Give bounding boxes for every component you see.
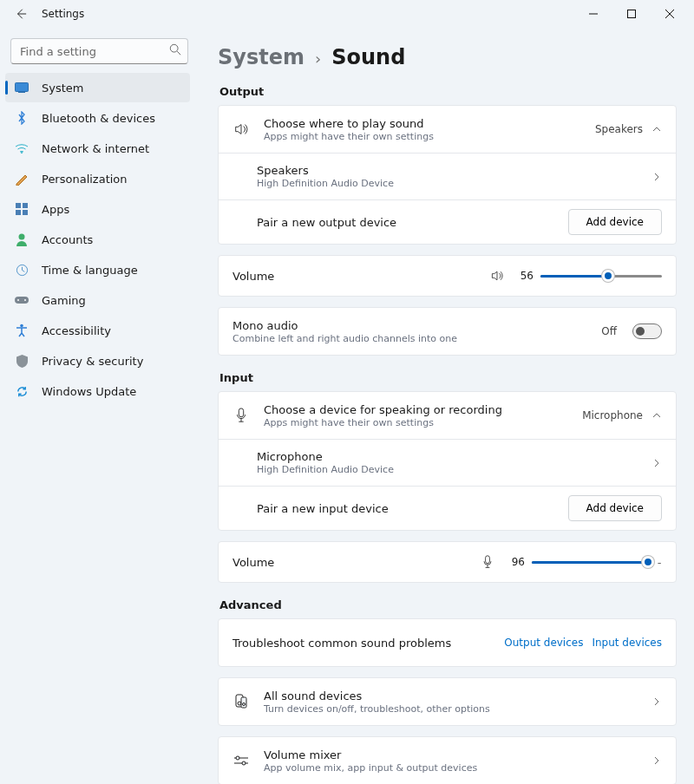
input-device-sub: High Definition Audio Device <box>257 464 651 475</box>
back-button[interactable] <box>5 0 36 28</box>
pair-input-row: Pair a new input device Add device <box>219 486 676 530</box>
sidebar-item-gaming[interactable]: Gaming <box>5 285 190 315</box>
sidebar-item-privacy-security[interactable]: Privacy & security <box>5 346 190 376</box>
apps-icon <box>14 201 29 217</box>
svg-rect-2 <box>16 83 29 92</box>
sidebar-item-windows-update[interactable]: Windows Update <box>5 376 190 406</box>
svg-point-22 <box>242 761 246 765</box>
svg-point-18 <box>238 702 241 705</box>
add-input-device-button[interactable]: Add device <box>568 495 662 521</box>
mixer-row[interactable]: Volume mixer App volume mix, app input &… <box>219 737 676 784</box>
input-device-row[interactable]: Microphone High Definition Audio Device <box>219 439 676 486</box>
minimize-button[interactable] <box>574 0 612 28</box>
titlebar: Settings <box>0 0 694 28</box>
accounts-icon <box>14 232 29 247</box>
sidebar-item-system[interactable]: System <box>5 73 190 102</box>
input-volume-slider[interactable] <box>532 554 653 570</box>
mixer-sub: App volume mix, app input & output devic… <box>264 762 651 774</box>
svg-rect-6 <box>23 203 28 208</box>
microphone-icon[interactable] <box>481 555 497 569</box>
breadcrumb-parent[interactable]: System <box>218 45 304 69</box>
chevron-right-icon <box>651 172 662 182</box>
sidebar-item-label: Personalization <box>42 173 128 186</box>
all-devices-row[interactable]: All sound devices Turn devices on/off, t… <box>219 678 676 725</box>
mixer-card: Volume mixer App volume mix, app input &… <box>218 736 677 784</box>
output-device-row[interactable]: Speakers High Definition Audio Device <box>219 153 676 199</box>
all-devices-sub: Turn devices on/off, troubleshoot, other… <box>264 703 651 715</box>
mono-audio-sub: Combine left and right audio channels in… <box>232 333 601 344</box>
sidebar-item-apps[interactable]: Apps <box>5 194 190 224</box>
input-volume-value: 96 <box>504 556 525 568</box>
sidebar-item-label: Accounts <box>42 233 93 246</box>
pair-output-row: Pair a new output device Add device <box>219 199 676 244</box>
main-content: System › Sound Output Choose where to pl… <box>197 28 694 784</box>
input-volume-label: Volume <box>232 556 274 569</box>
choose-output-row[interactable]: Choose where to play sound Apps might ha… <box>219 106 676 153</box>
network-icon <box>14 140 29 156</box>
svg-rect-15 <box>239 408 243 417</box>
microphone-icon <box>232 407 250 424</box>
sidebar-item-time-language[interactable]: Time & language <box>5 255 190 284</box>
output-device-card: Choose where to play sound Apps might ha… <box>218 105 677 245</box>
privacy-icon <box>14 353 29 369</box>
chevron-right-icon: › <box>315 49 321 68</box>
output-volume-slider[interactable] <box>540 268 662 284</box>
choose-input-row[interactable]: Choose a device for speaking or recordin… <box>219 392 676 439</box>
troubleshoot-output-link[interactable]: Output devices <box>504 637 583 649</box>
sidebar-item-label: Time & language <box>42 264 138 277</box>
devices-icon <box>232 693 250 710</box>
bluetooth-icon <box>14 110 29 126</box>
search-input[interactable] <box>10 38 188 64</box>
close-icon <box>665 10 674 18</box>
sidebar-item-accounts[interactable]: Accounts <box>5 225 190 254</box>
output-device-title: Speakers <box>257 164 651 177</box>
all-devices-card: All sound devices Turn devices on/off, t… <box>218 677 677 726</box>
search-icon <box>169 43 181 56</box>
svg-point-14 <box>20 324 23 328</box>
svg-rect-7 <box>16 210 21 215</box>
mono-audio-state: Off <box>601 325 617 337</box>
troubleshoot-input-link[interactable]: Input devices <box>592 637 662 649</box>
window-title: Settings <box>36 8 84 20</box>
sidebar-item-accessibility[interactable]: Accessibility <box>5 316 190 345</box>
maximize-button[interactable] <box>612 0 651 28</box>
close-button[interactable] <box>651 0 689 28</box>
troubleshoot-card: Troubleshoot common sound problems Outpu… <box>218 618 677 667</box>
output-device-sub: High Definition Audio Device <box>257 178 651 189</box>
troubleshoot-title: Troubleshoot common sound problems <box>232 637 504 650</box>
svg-rect-5 <box>16 203 21 208</box>
svg-point-4 <box>21 152 23 154</box>
svg-point-21 <box>236 756 239 760</box>
sidebar-item-bluetooth-devices[interactable]: Bluetooth & devices <box>5 103 190 133</box>
sidebar-item-label: Network & internet <box>42 142 149 155</box>
choose-input-title: Choose a device for speaking or recordin… <box>264 403 582 416</box>
sidebar-item-label: System <box>42 82 83 95</box>
minimize-icon <box>589 10 598 18</box>
section-heading-advanced: Advanced <box>219 598 677 611</box>
choose-output-sub: Apps might have their own settings <box>264 131 595 142</box>
sidebar-item-personalization[interactable]: Personalization <box>5 164 190 193</box>
mono-audio-toggle[interactable] <box>632 323 662 339</box>
mixer-title: Volume mixer <box>264 748 651 761</box>
search-box[interactable] <box>10 38 188 64</box>
input-volume-row: Volume 96 - <box>219 542 676 582</box>
add-output-device-button[interactable]: Add device <box>568 209 662 235</box>
svg-rect-11 <box>15 297 29 304</box>
pair-input-title: Pair a new input device <box>257 502 568 515</box>
sidebar-item-label: Accessibility <box>42 324 111 337</box>
input-volume-card: Volume 96 - <box>218 541 677 583</box>
svg-rect-3 <box>18 92 25 93</box>
mono-audio-title: Mono audio <box>232 319 601 332</box>
sidebar-item-label: Privacy & security <box>42 355 143 368</box>
choose-output-value: Speakers <box>595 123 643 135</box>
mixer-icon <box>232 752 250 769</box>
sidebar-item-network-internet[interactable]: Network & internet <box>5 134 190 163</box>
sidebar: SystemBluetooth & devicesNetwork & inter… <box>0 28 197 784</box>
section-heading-input: Input <box>219 371 677 384</box>
speaker-icon[interactable] <box>490 269 506 283</box>
chevron-right-icon <box>651 755 662 766</box>
sidebar-item-label: Windows Update <box>42 385 136 398</box>
breadcrumb: System › Sound <box>218 45 677 69</box>
input-device-title: Microphone <box>257 450 651 463</box>
svg-point-9 <box>19 234 25 240</box>
